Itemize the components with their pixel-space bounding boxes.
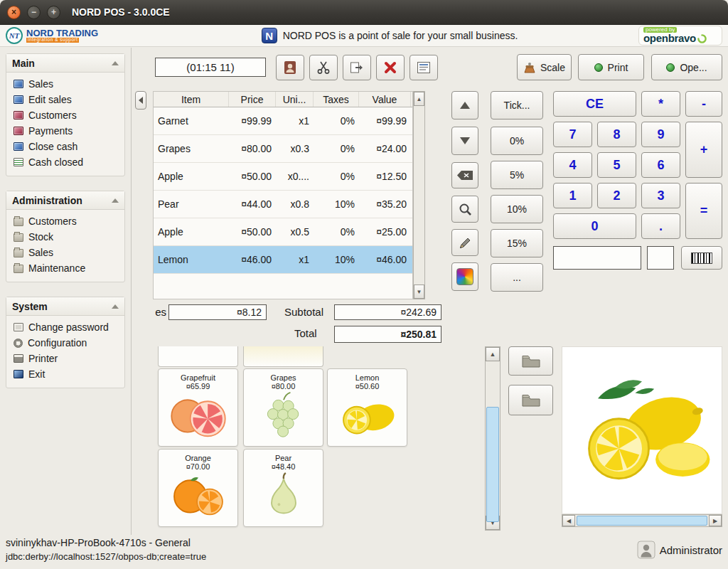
numpad-4-button[interactable]: 4 — [553, 152, 592, 178]
discount-0-button[interactable]: 0% — [491, 127, 543, 155]
discount-more-button[interactable]: ... — [491, 263, 543, 292]
delete-line-button[interactable] — [451, 162, 478, 188]
scroll-down-button[interactable]: ▼ — [414, 284, 424, 299]
numpad-6-button[interactable]: 6 — [641, 152, 680, 178]
ticket-list-button[interactable] — [410, 55, 438, 80]
hscroll-thumb[interactable] — [577, 516, 707, 526]
image-panel-hscrollbar[interactable]: ◀ ▶ — [562, 514, 722, 527]
scroll-left-button[interactable]: ◀ — [562, 515, 575, 526]
barcode-button[interactable] — [681, 246, 722, 270]
scroll-up-button[interactable]: ▲ — [414, 92, 424, 106]
quantity-input[interactable] — [647, 246, 674, 270]
collapse-panel-button[interactable] — [135, 91, 146, 110]
ticket-scrollbar[interactable]: ▲ ▼ — [413, 91, 425, 299]
panel-header-administration[interactable]: Administration — [6, 191, 124, 210]
col-price: Price — [229, 92, 276, 107]
collapse-icon[interactable] — [112, 198, 119, 203]
sidebar-item-admin-customers[interactable]: Customers — [8, 213, 123, 229]
sidebar-item-exit[interactable]: Exit — [8, 366, 123, 382]
edit-line-button[interactable] — [451, 229, 478, 256]
product-button-orange[interactable]: Orange ¤70.00 — [158, 449, 238, 527]
window-minimize-button[interactable]: − — [27, 6, 41, 19]
product-button-pear[interactable]: Pear ¤48.40 — [243, 449, 323, 527]
collapse-icon[interactable] — [112, 304, 119, 309]
scale-button[interactable]: Scale — [517, 54, 572, 80]
status-bar: svininykhav-HP-ProBook-4710s - General j… — [0, 535, 728, 569]
ticket-row[interactable]: Garnet¤99.99x10%¤99.99 — [154, 107, 412, 135]
ticket-row-selected[interactable]: Lemon¤46.00x110%¤46.00 — [154, 246, 412, 274]
numpad-5-button[interactable]: 5 — [597, 152, 636, 178]
line-down-button[interactable] — [451, 127, 478, 155]
ticket-row[interactable]: Apple¤50.00x0....0%¤12.50 — [154, 163, 412, 191]
catalog-scroll-thumb[interactable] — [486, 407, 499, 522]
openbravo-logo: openbravo — [643, 33, 696, 44]
move-ticket-button[interactable] — [343, 55, 371, 80]
sidebar-item-edit-sales[interactable]: Edit sales — [8, 92, 123, 107]
catalog-scrollbar[interactable]: ▲ ▼ — [485, 346, 500, 531]
price-input[interactable] — [553, 246, 641, 270]
sidebar-item-payments[interactable]: Payments — [8, 123, 123, 139]
collapse-icon[interactable] — [112, 61, 119, 65]
numpad-ce-button[interactable]: CE — [553, 91, 636, 117]
sidebar-item-cash-closed[interactable]: Cash closed — [8, 154, 123, 170]
category-up-button[interactable] — [508, 346, 553, 376]
numpad-7-button[interactable]: 7 — [553, 122, 592, 147]
ticket-row[interactable]: Apple¤50.00x0.50%¤25.00 — [154, 218, 412, 246]
product-image-panel — [562, 346, 722, 514]
numpad-plus-button[interactable]: + — [685, 122, 722, 178]
product-button-lemon[interactable]: Lemon ¤50.60 — [327, 368, 407, 447]
product-button-partial[interactable] — [158, 346, 238, 367]
numpad-minus-button[interactable]: - — [685, 91, 722, 117]
discount-10-button[interactable]: 10% — [491, 195, 543, 223]
attributes-button[interactable] — [451, 262, 478, 291]
sidebar-item-admin-sales[interactable]: Sales — [8, 245, 123, 260]
numpad-3-button[interactable]: 3 — [641, 183, 680, 208]
discount-5-button[interactable]: 5% — [491, 161, 543, 189]
product-button-grapefruit[interactable]: Grapefruit ¤65.99 — [158, 368, 238, 447]
numpad-equals-button[interactable]: = — [685, 183, 722, 239]
hscroll-track[interactable] — [575, 515, 709, 526]
window-maximize-button[interactable]: + — [47, 6, 60, 19]
ticket-row[interactable]: Pear¤44.00x0.810%¤35.20 — [154, 191, 412, 218]
sales-icon — [14, 80, 23, 88]
grapes-image — [250, 392, 318, 439]
product-button-grapes[interactable]: Grapes ¤80.00 — [243, 368, 323, 447]
print-button[interactable]: Print — [578, 54, 644, 80]
gear-icon — [14, 339, 23, 348]
line-up-button[interactable] — [451, 91, 478, 119]
ticket-discount-button[interactable]: Tick... — [491, 91, 543, 119]
panel-header-main[interactable]: Main — [6, 54, 124, 73]
sidebar-item-sales[interactable]: Sales — [8, 76, 123, 92]
numpad-star-button[interactable]: * — [641, 91, 680, 117]
sidebar-item-stock[interactable]: Stock — [8, 229, 123, 245]
numpad-8-button[interactable]: 8 — [597, 122, 636, 147]
discount-15-button[interactable]: 15% — [491, 229, 543, 257]
window-close-button[interactable]: × — [7, 6, 21, 19]
numpad-9-button[interactable]: 9 — [641, 122, 680, 147]
sidebar-item-printer[interactable]: Printer — [8, 351, 123, 366]
scroll-right-button[interactable]: ▶ — [709, 515, 722, 526]
folder-icon — [522, 354, 540, 368]
sidebar-item-close-cash[interactable]: Close cash — [8, 139, 123, 154]
catalog-scroll-track[interactable] — [486, 361, 500, 516]
category-root-button[interactable] — [508, 385, 553, 415]
panel-header-system[interactable]: System — [6, 297, 124, 316]
numpad-2-button[interactable]: 2 — [597, 183, 636, 208]
sidebar-item-configuration[interactable]: Configuration — [8, 335, 123, 351]
current-user: Administrator — [637, 541, 722, 559]
product-button-partial[interactable] — [243, 346, 323, 367]
open-drawer-button[interactable]: Ope... — [651, 54, 722, 80]
numpad-0-button[interactable]: 0 — [553, 213, 636, 239]
catalog-scroll-up-button[interactable]: ▲ — [486, 347, 500, 361]
sidebar-item-customers[interactable]: Customers — [8, 107, 123, 123]
taxes-value: ¤8.12 — [168, 304, 267, 320]
ticket-row[interactable]: Grapes¤80.00x0.30%¤24.00 — [154, 135, 412, 163]
numpad-1-button[interactable]: 1 — [553, 183, 592, 208]
delete-ticket-button[interactable] — [376, 55, 405, 80]
customer-button[interactable] — [276, 55, 304, 80]
split-ticket-button[interactable] — [309, 55, 338, 80]
sidebar-item-maintenance[interactable]: Maintenance — [8, 260, 123, 276]
numpad-dot-button[interactable]: . — [641, 213, 680, 239]
search-product-button[interactable] — [451, 196, 478, 223]
sidebar-item-change-password[interactable]: Change password — [8, 319, 123, 335]
